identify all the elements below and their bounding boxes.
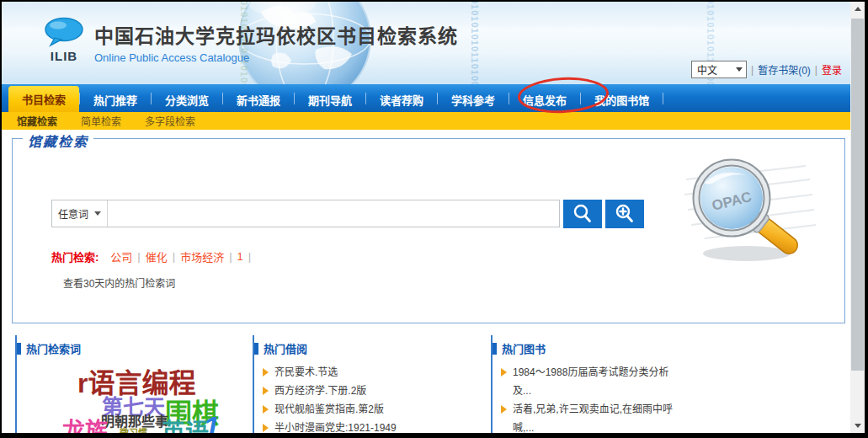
login-link[interactable]: 登录 — [822, 62, 842, 77]
separator: | — [173, 250, 175, 263]
section-title: 热门检索词 — [26, 340, 81, 356]
nav-item-5[interactable]: 读者荐购 — [366, 87, 437, 112]
vertical-scrollbar[interactable] — [850, 2, 865, 433]
subnav-item-1[interactable]: 简单检索 — [81, 114, 121, 128]
search-field-select[interactable]: 任意词 — [52, 200, 108, 227]
chevron-down-icon — [94, 211, 101, 216]
catalog-search-panel: 馆藏检索 任意词 — [12, 138, 845, 323]
hot-search-line: 热门检索: 公司|催化|市场经济|1| — [51, 248, 251, 264]
binary-decoration: 010101010110100101 — [470, 2, 480, 83]
binary-decoration: 010101010110100101 — [706, 2, 716, 57]
borrow-item-label: 齐民要术.节选 — [274, 366, 338, 379]
chevron-down-icon — [736, 67, 743, 72]
hot-search-hint-link[interactable]: 查看30天内的热门检索词 — [63, 275, 175, 290]
bottom-sections: 热门检索词 r语言编程第七天围棋明朝那些事龙族微习惯毛泽东选集英语1 热门借阅 … — [15, 335, 832, 433]
panel-legend: 馆藏检索 — [23, 131, 93, 151]
separator: | — [248, 250, 251, 263]
nav-item-2[interactable]: 分类浏览 — [152, 87, 222, 112]
section-title: 热门图书 — [502, 340, 546, 356]
search-button[interactable] — [563, 200, 602, 228]
keyword-cloud: r语言编程第七天围棋明朝那些事龙族微习惯毛泽东选集英语1 — [17, 360, 253, 433]
search-box: 任意词 — [51, 200, 560, 227]
cloud-word-5[interactable]: 微习惯 — [120, 429, 147, 433]
nav-item-4[interactable]: 期刊导航 — [295, 87, 365, 112]
header-utility-bar: 中文 | 暂存书架(0) | 登录 — [691, 61, 842, 78]
book-item-label: 1984～1988历届高考试题分类分析 — [513, 366, 668, 379]
hot-search-label: 热门检索: — [51, 248, 99, 264]
browser-page: 010101010110100101 010101010110100101 01… — [2, 2, 865, 433]
separator: | — [815, 64, 817, 76]
hot-search-link-0[interactable]: 公司 — [110, 248, 132, 264]
nav-separator — [663, 93, 663, 104]
search-icon — [572, 203, 594, 225]
cloud-word-8[interactable]: 1 — [204, 412, 220, 433]
borrow-item-1[interactable]: 西方经济学.下册.2版 — [254, 382, 491, 400]
subnav-item-0[interactable]: 馆藏检索 — [17, 114, 57, 128]
hot-search-link-3[interactable]: 1 — [237, 250, 243, 263]
site-logo: ILIB — [42, 17, 86, 63]
book-item-label: 及... — [513, 384, 531, 398]
arrow-bullet-icon — [263, 387, 269, 395]
borrow-item-label: 半小时漫画党史:1921-1949 — [274, 421, 397, 433]
cloud-word-4[interactable]: 龙族 — [62, 420, 108, 433]
scroll-down-button[interactable] — [850, 419, 865, 433]
book-item-line-0[interactable]: 1984～1988历届高考试题分类分析 — [493, 363, 832, 382]
separator: | — [229, 250, 232, 263]
section-hot-keywords: 热门检索词 r语言编程第七天围棋明朝那些事龙族微习惯毛泽东选集英语1 — [15, 335, 253, 433]
arrow-bullet-icon — [263, 424, 269, 432]
arrow-down-icon — [855, 424, 861, 428]
nav-item-7[interactable]: 信息发布 — [509, 87, 580, 112]
subnav-item-2[interactable]: 多字段检索 — [145, 114, 195, 128]
book-item-line-3[interactable]: 喊,... — [493, 419, 832, 433]
arrow-bullet-icon — [501, 368, 507, 377]
borrow-item-3[interactable]: 半小时漫画党史:1921-1949 — [254, 419, 491, 433]
borrow-item-label: 西方经济学.下册.2版 — [274, 384, 366, 398]
site-subtitle: Online Public Access Catalogue — [94, 51, 458, 64]
site-title: 中国石油大学克拉玛依校区书目检索系统 — [94, 20, 458, 49]
separator: | — [137, 250, 140, 263]
cloud-word-0[interactable]: r语言编程 — [77, 370, 195, 397]
arrow-bullet-icon — [263, 405, 269, 414]
header-banner: 010101010110100101 010101010110100101 01… — [2, 2, 850, 84]
arrow-bullet-icon — [263, 368, 269, 377]
search-field-value: 任意词 — [58, 206, 88, 221]
logo-text: ILIB — [42, 49, 86, 63]
section-marker — [493, 343, 497, 355]
language-select-value: 中文 — [697, 62, 717, 77]
arrow-up-icon — [855, 7, 861, 11]
screenshot-frame: 010101010110100101 010101010110100101 01… — [0, 0, 868, 438]
nav-item-3[interactable]: 新书通报 — [223, 87, 294, 112]
cloud-word-7[interactable]: 英语 — [162, 421, 209, 433]
speech-bubble-icon — [43, 17, 85, 47]
borrow-item-2[interactable]: 现代舰船鉴赏指南.第2版 — [254, 400, 491, 419]
nav-item-1[interactable]: 热门推荐 — [80, 87, 151, 112]
section-marker — [254, 343, 258, 355]
book-item-line-2[interactable]: 活着,兄弟,许三观卖血记,在细雨中呼 — [493, 400, 832, 419]
section-hot-borrow: 热门借阅 齐民要术.节选西方经济学.下册.2版现代舰船鉴赏指南.第2版半小时漫画… — [253, 335, 491, 433]
search-input[interactable] — [108, 200, 559, 227]
book-item-label: 活着,兄弟,许三观卖血记,在细雨中呼 — [513, 403, 673, 416]
book-item-line-1[interactable]: 及... — [493, 382, 832, 400]
scroll-up-button[interactable] — [850, 2, 865, 16]
sub-navigation: 馆藏检索简单检索多字段检索 — [2, 112, 850, 130]
borrow-item-0[interactable]: 齐民要术.节选 — [254, 363, 491, 382]
zoom-plus-icon — [614, 203, 636, 225]
arrow-bullet-icon — [501, 405, 507, 414]
nav-item-6[interactable]: 学科参考 — [438, 87, 509, 112]
nav-item-0[interactable]: 书目检索 — [8, 86, 79, 112]
cloud-word-3[interactable]: 明朝那些事 — [101, 415, 168, 429]
main-navigation: 书目检索热门推荐分类浏览新书通报期刊导航读者荐购学科参考信息发布我的图书馆 — [2, 84, 850, 112]
separator: | — [751, 64, 754, 76]
hot-search-link-2[interactable]: 市场经济 — [180, 248, 224, 264]
bookshelf-link[interactable]: 暂存书架(0) — [758, 62, 811, 77]
scrollbar-thumb[interactable] — [851, 19, 864, 371]
section-title: 热门借阅 — [264, 340, 307, 356]
nav-item-8[interactable]: 我的图书馆 — [581, 87, 663, 112]
section-marker — [17, 343, 21, 355]
book-item-label: 喊,... — [513, 421, 534, 433]
hot-search-link-1[interactable]: 催化 — [146, 248, 168, 264]
language-select[interactable]: 中文 — [691, 61, 747, 78]
borrow-item-label: 现代舰船鉴赏指南.第2版 — [274, 403, 384, 416]
advanced-search-button[interactable] — [605, 200, 644, 228]
opac-magnifier-image: OPAC — [679, 154, 821, 270]
